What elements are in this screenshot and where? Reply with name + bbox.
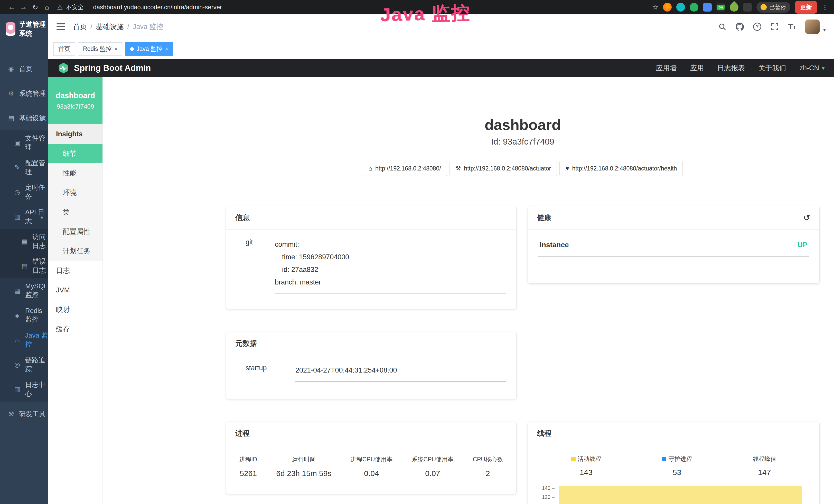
health-url-link[interactable]: ♥ http://192.168.0.2:48080/actuator/heal…: [559, 161, 683, 176]
sidebar-item-label: 日志中心: [25, 380, 48, 398]
history-icon[interactable]: ↺: [803, 213, 810, 223]
reload-icon[interactable]: ↻: [29, 3, 41, 12]
sidebar-item-label: 错误日志: [32, 257, 48, 275]
avatar-caret-icon[interactable]: ▾: [823, 27, 826, 34]
browser-menu-icon[interactable]: ⋮: [822, 3, 828, 11]
sba-item-environment[interactable]: 环境: [48, 183, 103, 202]
extension-icon-leaf[interactable]: [728, 1, 740, 13]
sidebar-item-scheduled-jobs[interactable]: ◷ 定时任务: [0, 180, 48, 204]
extension-icon-on[interactable]: on: [716, 3, 725, 12]
sidebar-item-label: 文件管理: [25, 134, 48, 152]
sidebar-item-api-logs[interactable]: ▥ API 日志 ▴: [0, 204, 48, 229]
health-instance-label[interactable]: Instance: [540, 241, 569, 249]
redis-icon: ◈: [14, 312, 25, 319]
threads-legend: 活动线程 143 守护进程: [538, 454, 809, 478]
back-icon[interactable]: ←: [6, 3, 18, 11]
tab-redis-monitor[interactable]: Redis 监控 ×: [78, 42, 122, 56]
sidebar-item-error-logs[interactable]: ▤ 错误日志: [0, 254, 48, 278]
threads-card: 线程 活动线程 14: [528, 422, 819, 504]
sba-nav-journal[interactable]: 日志报表: [717, 63, 745, 73]
security-indicator[interactable]: ⚠ 不安全: [57, 3, 84, 11]
metric-label: 系统CPU使用率: [412, 456, 454, 463]
sba-item-mappings[interactable]: 映射: [48, 300, 103, 319]
legend-value: 147: [752, 468, 776, 477]
sidebar-item-dev-tools[interactable]: ⚒ 研发工具 ▾: [0, 402, 48, 426]
sidebar-item-access-logs[interactable]: ▤ 访问日志: [0, 229, 48, 254]
sba-brand[interactable]: Spring Boot Admin: [58, 62, 151, 74]
avatar[interactable]: [805, 20, 820, 34]
update-button[interactable]: 更新: [795, 1, 817, 14]
address-bar[interactable]: dashboard.yudao.iocoder.cn/infra/admin-s…: [93, 4, 222, 11]
breadcrumb-home[interactable]: 首页: [73, 22, 87, 31]
logo-row[interactable]: 芋道管理系统: [0, 15, 48, 44]
sidebar-item-redis-monitor[interactable]: ◈ Redis 监控: [0, 303, 48, 328]
bookmark-star-icon[interactable]: ☆: [652, 3, 658, 11]
tab-home[interactable]: 首页: [53, 42, 75, 56]
tab-java-monitor[interactable]: Java 监控 ×: [125, 42, 173, 56]
sba-item-classes[interactable]: 类: [48, 202, 103, 222]
sidebar-item-label: 配置管理: [25, 158, 48, 176]
sba-item-logs[interactable]: 日志: [48, 261, 103, 280]
sidebar-item-config-management[interactable]: ✎ 配置管理: [0, 155, 48, 180]
sba-item-caches[interactable]: 缓存: [48, 319, 103, 339]
live-threads-area: [559, 486, 802, 504]
sidebar-item-home[interactable]: ◉ 首页: [0, 56, 48, 81]
on-badge: on: [717, 5, 724, 10]
process-card-body: 进程ID 5261 运行时间 6d 23h 15m 59s: [226, 445, 516, 489]
emoji-face-icon: [761, 4, 767, 10]
home-menu-icon: ◉: [8, 65, 19, 73]
font-size-icon[interactable]: TT: [788, 22, 796, 31]
sba-item-performance[interactable]: 性能: [48, 163, 103, 183]
sba-item-details[interactable]: 细节: [48, 144, 103, 163]
instance-header[interactable]: dashboard 93a3fc7f7409: [48, 77, 103, 124]
extension-icon-grid[interactable]: [703, 3, 712, 12]
sidebar-item-trace[interactable]: ◎ 链路追踪: [0, 352, 48, 377]
sidebar-item-infrastructure[interactable]: ▤ 基础设施 ▴: [0, 106, 48, 131]
sidebar-item-mysql-monitor[interactable]: ▦ MySQL 监控: [0, 278, 48, 303]
help-icon[interactable]: ?: [753, 23, 761, 31]
fullscreen-icon[interactable]: [771, 23, 779, 31]
breadcrumb-current: Java 监控: [133, 22, 163, 31]
legend-label: 守护进程: [668, 455, 692, 463]
hamburger-icon[interactable]: [57, 23, 65, 30]
forward-icon[interactable]: →: [18, 3, 29, 11]
close-icon[interactable]: ×: [114, 46, 117, 52]
git-time-line: time: 1596289704000: [275, 251, 506, 264]
chrome-right: ☆ on 已暂停 更新 ⋮: [652, 1, 828, 14]
metric-value: 5261: [239, 469, 257, 478]
chevron-up-icon: ▴: [41, 214, 43, 220]
sidebar-item-system-management[interactable]: ⚙ 系统管理 ▾: [0, 81, 48, 106]
sba-item-jvm[interactable]: JVM: [48, 280, 103, 300]
active-dot: [130, 47, 134, 51]
extension-icon-green[interactable]: [690, 3, 698, 12]
actuator-url-link[interactable]: ⚒ http://192.168.0.2:48080/actuator: [449, 161, 557, 176]
access-log-icon: ▤: [22, 238, 32, 245]
extension-icon-drop[interactable]: [676, 3, 685, 12]
service-url-link[interactable]: ⌂ http://192.168.0.2:48080/: [363, 161, 447, 176]
github-icon[interactable]: [736, 23, 744, 31]
body-row: 芋道管理系统 ◉ 首页 ⚙ 系统管理 ▾ ▤ 基础设施 ▴ ▣: [0, 15, 834, 504]
locale-selector[interactable]: zh-CN ▾: [799, 64, 825, 72]
heart-icon: ♥: [565, 165, 569, 172]
sidebar-item-java-monitor[interactable]: ♨ Java 监控: [0, 328, 48, 352]
sba-nav-applications[interactable]: 应用: [690, 63, 704, 73]
breadcrumb: 首页 / 基础设施 / Java 监控: [73, 22, 163, 31]
sidebar-item-log-center[interactable]: ▥ 日志中心: [0, 377, 48, 402]
breadcrumb-section[interactable]: 基础设施: [96, 22, 124, 31]
database-icon: ▦: [14, 287, 25, 295]
info-card-body: git commit: time: 1596289704000 id: 27aa…: [226, 230, 516, 304]
sba-item-scheduled-tasks[interactable]: 计划任务: [48, 241, 103, 261]
paused-badge[interactable]: 已暂停: [756, 2, 790, 13]
home-icon[interactable]: ⌂: [41, 3, 53, 11]
close-icon[interactable]: ×: [165, 46, 168, 52]
legend-daemon-threads: 守护进程 53: [662, 455, 692, 477]
sba-nav-about[interactable]: 关于我们: [758, 63, 786, 73]
sba-nav-wallboard[interactable]: 应用墙: [656, 63, 677, 73]
sidebar-item-label: Redis 监控: [25, 307, 48, 324]
sba-item-config-props[interactable]: 配置属性: [48, 222, 103, 241]
sidebar-item-file-management[interactable]: ▣ 文件管理: [0, 131, 48, 155]
metric-label: 运行时间: [276, 456, 331, 463]
extension-icon-fox[interactable]: [663, 3, 672, 12]
search-icon[interactable]: [718, 23, 726, 31]
extension-icon-pin[interactable]: [743, 3, 752, 12]
